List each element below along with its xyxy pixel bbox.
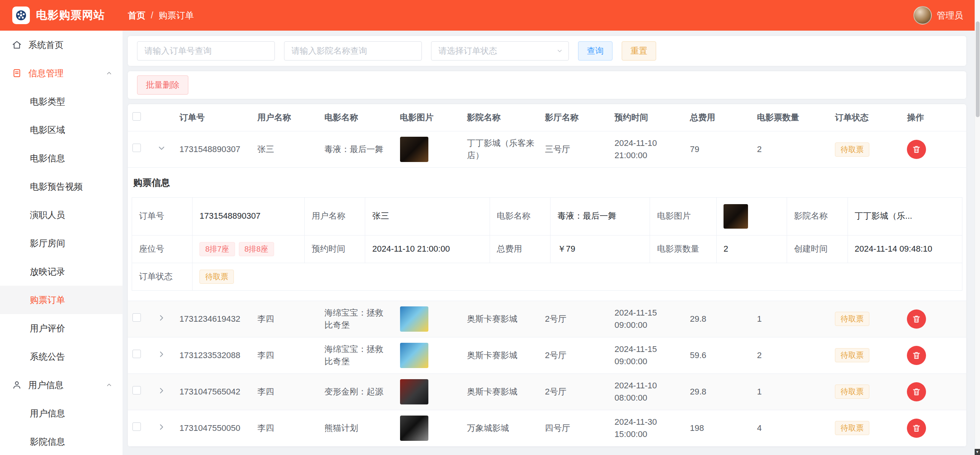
breadcrumb-separator: /: [151, 10, 153, 21]
detail-value-order-no: 1731548890307: [193, 197, 305, 235]
sidebar-item-system-notice[interactable]: 系统公告: [0, 342, 122, 371]
select-all-checkbox[interactable]: [132, 112, 141, 121]
sidebar-item-hall-room[interactable]: 影厅房间: [0, 229, 122, 257]
user-cell: 李四: [253, 301, 320, 337]
document-icon: [11, 68, 22, 79]
row-checkbox[interactable]: [132, 144, 141, 152]
movie-cell: 变形金刚：起源: [320, 373, 395, 410]
count-cell: 1: [752, 373, 830, 410]
order-no-cell: 1731548890307: [175, 131, 253, 168]
breadcrumb-current: 购票订单: [158, 10, 194, 21]
movie-poster: [400, 379, 428, 404]
expand-row-icon[interactable]: [158, 314, 165, 322]
detail-label: 电影图片: [650, 197, 717, 235]
cinema-name-search-input[interactable]: [284, 41, 422, 61]
sidebar-item-movie-info[interactable]: 电影信息: [0, 144, 122, 172]
time-cell: 2024-11-10 08:00:00: [610, 373, 685, 410]
scrollbar-down-arrow[interactable]: ▼: [975, 449, 980, 455]
poster-cell: [395, 410, 462, 446]
row-checkbox[interactable]: [132, 350, 141, 358]
batch-delete-button[interactable]: 批量删除: [137, 75, 188, 95]
col-header-hall: 影厅名称: [540, 104, 610, 131]
hall-cell: 四号厅: [540, 410, 610, 446]
reset-button[interactable]: 重置: [622, 41, 656, 61]
expand-cell: [153, 131, 175, 168]
row-checkbox[interactable]: [132, 313, 141, 322]
expand-row-icon[interactable]: [158, 387, 165, 394]
sidebar-item-movie-region[interactable]: 电影区域: [0, 116, 122, 144]
sidebar-item-label: 用户信息: [30, 408, 113, 419]
cinema-cell: 奥斯卡赛影城: [462, 373, 541, 410]
delete-button[interactable]: [907, 419, 926, 438]
detail-label: 订单状态: [132, 263, 193, 290]
sidebar-item-ticket-order[interactable]: 购票订单: [0, 286, 122, 314]
expand-cell: [153, 337, 175, 373]
movie-poster: [400, 416, 428, 441]
detail-value-poster: [716, 197, 787, 235]
expanded-detail-row: 购票信息 订单号 1731548890307: [128, 168, 966, 301]
sidebar-group-label: 信息管理: [28, 67, 106, 79]
detail-value-created: 2024-11-14 09:48:10: [848, 235, 962, 263]
detail-label: 影院名称: [787, 197, 848, 235]
status-cell: 待取票: [830, 337, 902, 373]
sidebar-item-cast-crew[interactable]: 演职人员: [0, 201, 122, 229]
ticket-detail-panel: 购票信息 订单号 1731548890307: [128, 168, 966, 301]
sidebar-item-movie-type[interactable]: 电影类型: [0, 87, 122, 116]
sidebar-item-user-info[interactable]: 用户信息: [0, 399, 122, 427]
detail-label: 订单号: [132, 197, 193, 235]
detail-value-count: 2: [716, 235, 787, 263]
detail-label: 座位号: [132, 235, 193, 263]
order-status-select-input[interactable]: [431, 41, 569, 61]
col-header-actions: 操作: [902, 104, 966, 131]
order-status-select[interactable]: [431, 41, 569, 61]
count-cell: 4: [752, 410, 830, 446]
pagination: 1 2 3: [128, 452, 966, 455]
sidebar-item-label: 影院信息: [30, 436, 113, 448]
user-cell: 李四: [253, 373, 320, 410]
sidebar-item-screening-record[interactable]: 放映记录: [0, 257, 122, 286]
delete-button[interactable]: [907, 346, 926, 365]
sidebar-item-user-review[interactable]: 用户评价: [0, 314, 122, 342]
scrollbar-thumb[interactable]: [976, 21, 980, 117]
delete-button[interactable]: [907, 382, 926, 401]
total-cell: 59.6: [685, 337, 752, 373]
seat-tag: 8排8座: [239, 242, 274, 256]
sidebar-group-info-management[interactable]: 信息管理: [0, 59, 122, 87]
breadcrumb-home[interactable]: 首页: [128, 10, 145, 21]
expand-cell: [153, 410, 175, 446]
sidebar-group-user-info[interactable]: 用户信息: [0, 371, 122, 399]
avatar[interactable]: [913, 6, 932, 25]
expand-row-icon[interactable]: [158, 423, 165, 431]
collapse-row-icon[interactable]: [158, 144, 165, 152]
sidebar-item-system-home[interactable]: 系统首页: [0, 31, 122, 59]
seat-tag: 8排7座: [199, 242, 235, 256]
chevron-up-icon: [106, 381, 113, 388]
order-no-cell: 1731047550050: [175, 410, 253, 446]
brand: 电影购票网站: [0, 7, 122, 24]
delete-button[interactable]: [907, 309, 926, 329]
table-row: 1731047550050 李四 熊猫计划 万象城影城 四号厅 2024-11-…: [128, 410, 966, 446]
order-no-search-input[interactable]: [137, 41, 275, 61]
expand-row-icon[interactable]: [158, 350, 165, 358]
row-checkbox[interactable]: [132, 422, 141, 431]
row-checkbox[interactable]: [132, 386, 141, 394]
search-button[interactable]: 查询: [578, 41, 612, 61]
delete-button[interactable]: [907, 140, 926, 159]
detail-value-cinema: 丁丁影城（乐...: [848, 197, 962, 235]
col-header-movie: 电影名称: [320, 104, 395, 131]
movie-cell: 海绵宝宝：拯救比奇堡: [320, 337, 395, 373]
col-header-poster: 电影图片: [395, 104, 462, 131]
vertical-scrollbar[interactable]: [975, 0, 980, 455]
count-cell: 2: [752, 337, 830, 373]
poster-cell: [395, 301, 462, 337]
table-row: 1731047565042 李四 变形金刚：起源 奥斯卡赛影城 2号厅 2024…: [128, 373, 966, 410]
checkbox-cell: [128, 410, 153, 446]
sidebar-item-movie-trailer[interactable]: 电影预告视频: [0, 172, 122, 201]
app-logo-icon: [12, 7, 30, 24]
detail-value-movie: 毒液：最后一舞: [550, 197, 650, 235]
sidebar-item-cinema-info[interactable]: 影院信息: [0, 427, 122, 455]
movie-cell: 毒液：最后一舞: [320, 131, 395, 168]
poster-cell: [395, 337, 462, 373]
sidebar-item-label: 系统首页: [28, 39, 113, 51]
user-menu[interactable]: 管理员: [913, 6, 980, 25]
